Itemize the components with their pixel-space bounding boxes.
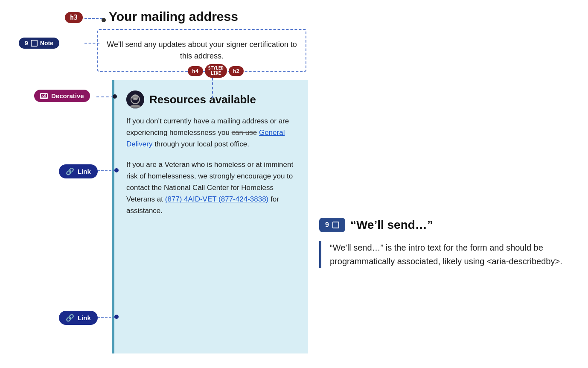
resources-paragraph-2: If you are a Veteran who is homeless or … xyxy=(126,159,296,217)
note-panel-icon xyxy=(332,222,339,228)
resources-paragraph-1: If you don't currently have a mailing ad… xyxy=(126,115,296,150)
link-badge-1-label: Link xyxy=(78,168,91,175)
decorative-badge: Decorative xyxy=(34,90,90,102)
decorative-dash-line xyxy=(96,96,114,97)
link-chain-icon-2: 🔗 xyxy=(66,314,74,322)
note-panel: 9 “We’ll send…” “We’ll send…” is the int… xyxy=(319,218,571,268)
resources-icon xyxy=(126,91,144,108)
decorative-label: Decorative xyxy=(51,92,84,99)
h4-badge-area: h4 STYLEDLIKE h2 xyxy=(188,64,244,78)
note-badge-top: 9 Note xyxy=(19,38,59,49)
note-panel-header: 9 “We’ll send…” xyxy=(319,218,571,232)
note-panel-body: “We’ll send…” is the intro text for the … xyxy=(319,241,571,268)
page-title: Your mailing address xyxy=(109,9,238,24)
link1-dash-line xyxy=(97,170,115,171)
link-chain-icon-1: 🔗 xyxy=(66,167,74,175)
link2-connector-dot xyxy=(114,315,119,319)
note-icon xyxy=(31,40,38,47)
note-box-text: We'll send any updates about your signer… xyxy=(107,39,297,62)
h3-badge: h3 xyxy=(65,12,83,23)
resources-title: Resources available xyxy=(149,93,256,106)
link-badge-2: 🔗 Link xyxy=(59,311,98,325)
note-panel-badge: 9 xyxy=(319,218,345,232)
link2-dash-line xyxy=(97,317,115,318)
resources-header: Resources available xyxy=(126,91,296,108)
para1-after-link: through your local post office. xyxy=(154,140,249,148)
svg-point-1 xyxy=(45,94,46,96)
note-panel-title: “We’ll send…” xyxy=(350,218,433,232)
decorative-image-icon xyxy=(40,93,48,99)
decorative-connector-dot xyxy=(113,94,117,99)
link1-connector-dot xyxy=(114,168,119,172)
note-number: 9 xyxy=(25,40,28,47)
heading-connector-dot xyxy=(102,18,106,22)
link-badge-2-label: Link xyxy=(78,314,91,321)
h3-dash-line xyxy=(84,18,102,19)
note-dash-line xyxy=(84,43,99,44)
link-badge-1: 🔗 Link xyxy=(59,164,98,178)
strikethrough-text: can use xyxy=(232,129,257,137)
veteran-hotline-link[interactable]: (877) 4AID-VET (877-424-3838) xyxy=(165,195,269,203)
h4-badge: h4 xyxy=(188,66,203,76)
styled-like-badge: STYLEDLIKE xyxy=(205,64,227,78)
note-label: Note xyxy=(40,40,53,47)
note-panel-number: 9 xyxy=(325,221,329,229)
resources-card: Resources available If you don't current… xyxy=(112,80,308,353)
h2-badge: h2 xyxy=(229,66,244,76)
